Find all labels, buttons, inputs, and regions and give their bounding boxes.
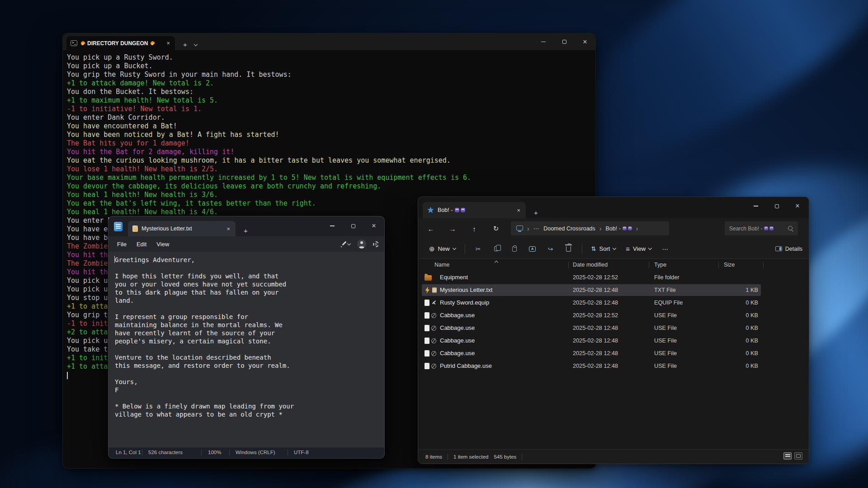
close-button[interactable]: × — [575, 33, 595, 50]
new-tab-button[interactable]: + — [531, 209, 541, 218]
breadcrumb-item[interactable]: Bob! - — [605, 225, 632, 232]
minimize-button[interactable] — [533, 33, 554, 50]
file-name: Mysterious Letter.txt — [440, 284, 492, 296]
search-box[interactable]: Search Bob! - — [725, 221, 798, 235]
menu-edit[interactable]: Edit — [132, 238, 151, 250]
address-bar[interactable]: › ⋯ Doomed Crossroads › Bob! - › — [511, 221, 669, 235]
view-button[interactable]: ≡ View — [621, 242, 656, 256]
explorer-status-bar: 8 items 1 item selected 545 bytes — [418, 449, 809, 464]
explorer-command-bar: ⊕ New ✂ A ↪ ⇅ Sort ≡ View ⋯ — [418, 239, 809, 259]
maximize-button[interactable] — [766, 197, 787, 215]
file-size: 0 KB — [708, 360, 758, 372]
up-button[interactable]: ↑ — [468, 222, 481, 235]
file-icon — [425, 325, 429, 331]
column-header-date[interactable]: Date modified — [573, 259, 608, 271]
share-button[interactable]: ↪ — [542, 242, 559, 256]
notepad-tab[interactable]: Mysterious Letter.txt × — [128, 221, 236, 236]
refresh-button[interactable]: ↻ — [490, 222, 502, 235]
terminal-icon — [71, 40, 77, 46]
sword-icon — [431, 300, 437, 306]
terminal-line: You lose 1 health! New health is 2/5. — [67, 165, 593, 174]
toolbar-divider — [465, 244, 465, 254]
minimize-button[interactable] — [745, 197, 766, 215]
file-size: 0 KB — [708, 322, 758, 334]
column-divider[interactable] — [649, 262, 649, 268]
column-header-name[interactable]: Name — [434, 259, 449, 271]
encoding[interactable]: UTF-8 — [294, 450, 309, 455]
file-row[interactable]: Rusty Sword.equip2025-02-28 12:48EQUIP F… — [418, 296, 809, 309]
gear-icon[interactable] — [373, 241, 379, 247]
terminal-line: You pick up a Rusty Sword. — [67, 53, 593, 62]
terminal-line: +1 to attack damage! New total is 2. — [67, 79, 593, 88]
file-date: 2025-02-28 12:48 — [573, 334, 618, 347]
breadcrumb-overflow[interactable]: ⋯ — [533, 225, 540, 232]
tab-close-icon[interactable]: × — [516, 207, 521, 214]
chevron-down-icon — [452, 246, 456, 250]
column-divider[interactable] — [718, 262, 719, 268]
column-header-type[interactable]: Type — [654, 259, 666, 271]
column-divider[interactable] — [568, 262, 569, 268]
file-row[interactable]: Cabbage.use2025-02-28 12:48USE File0 KB — [418, 322, 809, 334]
leaf-icon — [431, 364, 436, 369]
search-icon — [788, 226, 793, 231]
close-button[interactable]: × — [363, 216, 384, 235]
sort-button[interactable]: ⇅ Sort — [587, 242, 621, 256]
folder-icon — [425, 275, 432, 281]
scissors-icon: ✂ — [476, 245, 481, 253]
breadcrumb-chevron-icon: › — [527, 225, 529, 232]
paste-button[interactable] — [506, 242, 523, 256]
minimize-button[interactable] — [322, 216, 343, 235]
terminal-line: Your base maximum health permanently inc… — [67, 174, 593, 182]
trash-icon — [566, 246, 571, 252]
column-header-size[interactable]: Size — [724, 259, 735, 271]
explorer-tab[interactable]: Bob! - × — [423, 202, 526, 218]
maximize-button[interactable] — [343, 216, 363, 235]
letter-line: maintaining balance in the mortal realms… — [115, 321, 384, 329]
explorer-tab-title: Bob! - — [438, 207, 512, 213]
delete-button[interactable] — [560, 242, 577, 256]
column-divider[interactable] — [763, 262, 764, 268]
rename-button[interactable]: A — [524, 242, 541, 256]
copy-button[interactable] — [488, 242, 505, 256]
terminal-tab[interactable]: DIRECTORY DUNGEON × — [66, 36, 175, 50]
file-row[interactable]: Cabbage.use2025-02-28 12:52USE File0 KB — [418, 309, 809, 322]
file-row[interactable]: Putrid Cabbage.use2025-02-28 12:48USE Fi… — [418, 360, 809, 372]
file-row[interactable]: Mysterious Letter.txt2025-02-28 12:48TXT… — [418, 284, 809, 296]
forward-button[interactable]: → — [446, 222, 459, 235]
tab-close-icon[interactable]: × — [165, 40, 171, 47]
icons-view-toggle[interactable] — [794, 452, 802, 460]
file-icon — [425, 350, 429, 357]
new-tab-button[interactable]: + — [241, 227, 250, 236]
new-button[interactable]: ⊕ New — [425, 242, 460, 256]
tab-close-icon[interactable]: × — [226, 225, 231, 232]
document-icon — [132, 225, 138, 232]
back-button[interactable]: ← — [425, 222, 437, 235]
maximize-button[interactable] — [554, 33, 575, 50]
file-rows: Equipment2025-02-28 12:52File folderMyst… — [418, 271, 809, 372]
menu-file[interactable]: File — [112, 238, 132, 250]
file-row[interactable]: Equipment2025-02-28 12:52File folder — [418, 271, 809, 284]
cut-button[interactable]: ✂ — [470, 242, 487, 256]
tab-dropdown-icon[interactable] — [194, 39, 197, 50]
file-size: 1 KB — [708, 284, 758, 296]
terminal-tab-bar: DIRECTORY DUNGEON × + × — [63, 33, 595, 50]
ellipsis-icon: ⋯ — [662, 245, 669, 253]
zoom-level[interactable]: 100% — [208, 450, 221, 455]
new-tab-button[interactable]: + — [180, 41, 190, 50]
file-row-icons — [425, 274, 432, 281]
details-pane-icon — [775, 246, 782, 251]
scroll-icon — [432, 287, 437, 293]
rewrite-button[interactable] — [341, 241, 350, 247]
file-row[interactable]: Cabbage.use2025-02-28 12:48USE File0 KB — [418, 347, 809, 360]
notepad-editor[interactable]: Greetings Adventurer, I hope this letter… — [108, 252, 384, 447]
account-icon[interactable] — [357, 239, 366, 249]
line-ending[interactable]: Windows (CRLF) — [236, 450, 275, 455]
more-options-button[interactable]: ⋯ — [657, 242, 674, 256]
breadcrumb-chevron-icon: › — [636, 225, 638, 232]
breadcrumb-item[interactable]: Doomed Crossroads — [543, 225, 595, 232]
details-view-toggle[interactable] — [783, 452, 792, 460]
details-pane-button[interactable]: Details — [775, 246, 802, 252]
file-row[interactable]: Cabbage.use2025-02-28 12:48USE File0 KB — [418, 334, 809, 347]
close-button[interactable]: × — [787, 197, 808, 215]
menu-view[interactable]: View — [151, 238, 174, 250]
